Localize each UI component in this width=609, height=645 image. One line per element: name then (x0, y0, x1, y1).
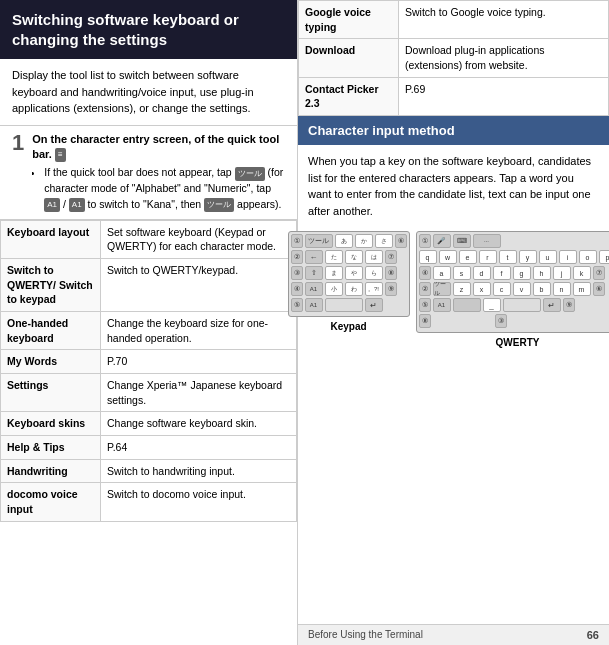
kb-key: ④ (419, 266, 431, 280)
table-cell-key: Contact Picker 2.3 (299, 77, 399, 115)
kb-key: ま (325, 266, 343, 280)
table-cell-key: Download (299, 39, 399, 77)
a1-alt-icon: A1 (69, 198, 85, 212)
table-cell-key: One-handed keyboard (1, 311, 101, 349)
keypad-grid: ① ツール あ か さ ⑥ ② ← た な は ⑦ ③ ⇧ (288, 231, 410, 317)
table-cell-value: Switch to QWERTY/keypad. (101, 258, 297, 311)
kb-key: ② (291, 250, 303, 264)
kb-key: v (513, 282, 531, 296)
qwerty-diagram: ① 🎤 ⌨ ··· q w e r t y u i o p (416, 231, 610, 348)
kb-key: わ (345, 282, 363, 296)
kb-key: d (473, 266, 491, 280)
qwerty-grid: ① 🎤 ⌨ ··· q w e r t y u i o p (416, 231, 610, 333)
kb-key: ⌨ (453, 234, 471, 248)
kb-key: A1 (305, 298, 323, 312)
kb-row-2: ② ← た な は ⑦ (291, 250, 407, 264)
kb-key: か (355, 234, 373, 248)
left-table: Keyboard layoutSet software keyboard (Ke… (0, 220, 297, 522)
table-cell-key: Keyboard layout (1, 220, 101, 258)
kb-key: 🎤 (433, 234, 451, 248)
kb-qrow-5: ⑧ ③ (419, 314, 610, 328)
kb-key (453, 298, 481, 312)
step-title-text: On the character entry screen, of the qu… (32, 133, 279, 160)
kb-key: w (439, 250, 457, 264)
kb-key: あ (335, 234, 353, 248)
table-cell-value: Switch to Google voice typing. (399, 1, 609, 39)
kb-key (503, 298, 541, 312)
kb-key: A1 (305, 282, 323, 296)
table-cell-value: P.69 (399, 77, 609, 115)
kb-qrow-1: q w e r t y u i o p (419, 250, 610, 264)
kb-key: ら (365, 266, 383, 280)
keypad-label: Keypad (330, 321, 366, 332)
kb-key: ③ (291, 266, 303, 280)
step-block: 1 On the character entry screen, of the … (0, 126, 297, 220)
kb-key: ⑧ (385, 266, 397, 280)
kb-key: k (573, 266, 591, 280)
kb-key: ⑧ (419, 314, 431, 328)
kb-key: や (345, 266, 363, 280)
kb-key: ④ (291, 282, 303, 296)
kb-key: g (513, 266, 531, 280)
kb-row-4: ④ A1 小 わ 。?! ⑨ (291, 282, 407, 296)
kb-key: ← (305, 250, 323, 264)
table-cell-key: Settings (1, 374, 101, 412)
char-section-text: When you tap a key on the software keybo… (308, 155, 591, 217)
table-cell-value: Change Xperia™ Japanese keyboard setting… (101, 374, 297, 412)
kb-key: p (599, 250, 610, 264)
left-header: Switching software keyboard or changing … (0, 0, 297, 59)
table-cell-value: P.70 (101, 350, 297, 374)
keypad-diagram: ① ツール あ か さ ⑥ ② ← た な は ⑦ ③ ⇧ (288, 231, 410, 348)
char-section-body: When you tap a key on the software keybo… (298, 145, 609, 227)
kb-key: z (453, 282, 471, 296)
table-row: Google voice typingSwitch to Google voic… (299, 1, 609, 39)
table-cell-key: Keyboard skins (1, 412, 101, 436)
kb-key: た (325, 250, 343, 264)
table-cell-key: docomo voice input (1, 483, 101, 521)
table-cell-value: Change the keyboard size for one-handed … (101, 311, 297, 349)
table-cell-value: Set software keyboard (Keypad or QWERTY)… (101, 220, 297, 258)
table-row: Contact Picker 2.3P.69 (299, 77, 609, 115)
kb-key: ③ (495, 314, 507, 328)
kb-key: さ (375, 234, 393, 248)
tool-alt-icon: ツール (204, 198, 234, 212)
kb-key: j (553, 266, 571, 280)
table-row: Keyboard skinsChange software keyboard s… (1, 412, 297, 436)
kb-key: x (473, 282, 491, 296)
kb-key: h (533, 266, 551, 280)
table-cell-key: Google voice typing (299, 1, 399, 39)
table-row: Keyboard layoutSet software keyboard (Ke… (1, 220, 297, 258)
kb-key: ↵ (365, 298, 383, 312)
kb-key: ··· (473, 234, 501, 248)
kb-key: 。?! (365, 282, 383, 296)
kb-qrow-4: ⑤ A1 _ ↵ ⑨ (419, 298, 610, 312)
page-number: 66 (587, 629, 599, 641)
table-row: Help & TipsP.64 (1, 436, 297, 460)
right-top-table: Google voice typingSwitch to Google voic… (298, 0, 609, 116)
kb-key: ⇧ (305, 266, 323, 280)
kb-key: o (579, 250, 597, 264)
kb-key: ① (419, 234, 431, 248)
kb-key: m (573, 282, 591, 296)
table-cell-key: Switch to QWERTY/ Switch to keypad (1, 258, 101, 311)
qwerty-label: QWERTY (496, 337, 540, 348)
kb-row-1: ① ツール あ か さ ⑥ (291, 234, 407, 248)
table-cell-value: Download plug-in applications (extension… (399, 39, 609, 77)
kb-key: ⑨ (563, 298, 575, 312)
kb-key: u (539, 250, 557, 264)
table-row: My WordsP.70 (1, 350, 297, 374)
kb-key: t (499, 250, 517, 264)
char-section-title: Character input method (308, 123, 455, 138)
kb-key: f (493, 266, 511, 280)
left-column: Switching software keyboard or changing … (0, 0, 298, 645)
kb-key (325, 298, 363, 312)
kb-qrow-2: ④ a s d f g h j k ⑦ (419, 266, 610, 280)
kb-row-5: ⑤ A1 ↵ (291, 298, 407, 312)
kb-key: y (519, 250, 537, 264)
kb-key: s (453, 266, 471, 280)
kb-key: ② (419, 282, 431, 296)
table-cell-value: Change software keyboard skin. (101, 412, 297, 436)
table-cell-key: Help & Tips (1, 436, 101, 460)
table-cell-key: Handwriting (1, 459, 101, 483)
kana-icon: ツール (235, 167, 265, 181)
